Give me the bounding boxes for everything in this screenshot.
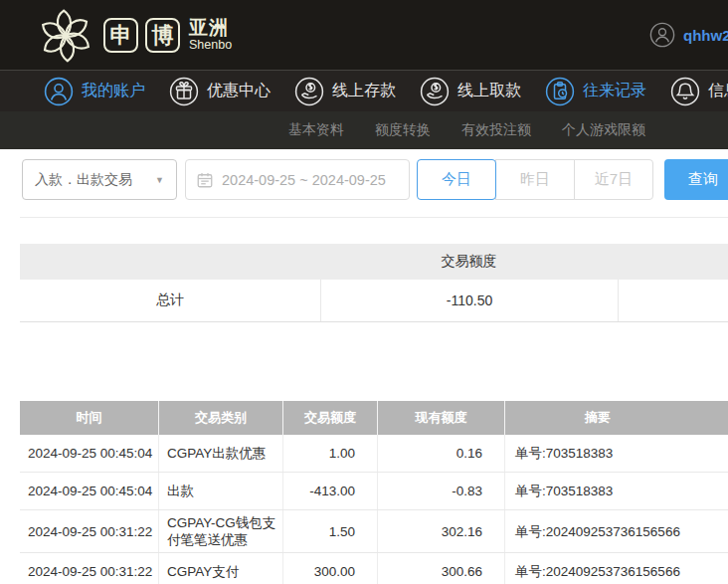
quick-date-button-group: 今日 昨日 近7日 — [417, 159, 653, 200]
cell-type: CGPAY出款优惠 — [159, 435, 283, 472]
clipboard-clock-icon — [545, 77, 575, 106]
logo-char-bo: 博 — [145, 18, 180, 53]
cell-amount: 300.00 — [283, 553, 378, 584]
table-row: 2024-09-25 00:31:22 CGPAY-CG钱包支付笔笔送优惠 1.… — [20, 510, 728, 553]
transactions-table-header: 时间 交易类别 交易额度 现有额度 摘要 — [20, 401, 728, 435]
yesterday-button[interactable]: 昨日 — [495, 159, 575, 200]
cell-amount: -413.00 — [283, 473, 378, 509]
cell-memo: 单号:703518383 — [505, 473, 728, 509]
today-button[interactable]: 今日 — [417, 159, 496, 200]
nav-label: 线上存款 — [332, 81, 396, 101]
summary-row-label: 总计 — [20, 280, 320, 321]
avatar-icon — [649, 22, 675, 48]
summary-table: 交易额度 总计 -110.50 — [20, 244, 728, 322]
brand-header: 申 博 亚洲 Shenbo qhhw2 — [0, 0, 728, 70]
cell-time: 2024-09-25 00:31:22 — [20, 553, 159, 584]
nav-item-my-account[interactable]: 我的账户 — [44, 77, 145, 106]
cell-amount: 1.00 — [283, 435, 378, 472]
coin-hand-icon — [294, 77, 324, 106]
gift-icon — [169, 77, 199, 106]
search-button[interactable]: 查询 — [664, 159, 728, 200]
main-nav: 我的账户 优惠中心 — [0, 70, 728, 111]
date-range-value: 2024-09-25 ~ 2024-09-25 — [222, 172, 386, 188]
sub-nav: 基本资料 额度转换 有效投注额 个人游戏限额 — [0, 111, 728, 149]
col-header-balance: 现有额度 — [378, 401, 505, 435]
cell-type: CGPAY支付 — [159, 553, 283, 584]
nav-label: 优惠中心 — [207, 81, 271, 101]
flower-icon — [36, 5, 95, 65]
coin-hand-icon — [420, 77, 450, 106]
nav-label: 信息 — [708, 81, 728, 101]
cell-type: 出款 — [159, 473, 283, 509]
bell-icon — [670, 77, 700, 106]
cell-memo: 单号:202409253736156566 — [505, 510, 728, 552]
user-icon — [44, 77, 74, 106]
nav-label: 线上取款 — [457, 81, 521, 101]
cell-balance: -0.83 — [378, 473, 505, 509]
cell-balance: 300.66 — [378, 553, 505, 584]
table-row: 2024-09-25 00:31:22 CGPAY支付 300.00 300.6… — [20, 553, 728, 584]
user-account[interactable]: qhhw2 — [649, 22, 728, 48]
logo-region: 亚洲 — [189, 18, 232, 38]
cell-memo: 单号:202409253736156566 — [505, 553, 728, 584]
col-header-time: 时间 — [20, 401, 159, 435]
logo-text: 亚洲 Shenbo — [189, 18, 232, 53]
logo-char-shen: 申 — [103, 18, 138, 53]
nav-label: 我的账户 — [82, 81, 145, 101]
date-range-input[interactable]: 2024-09-25 ~ 2024-09-25 — [185, 159, 410, 200]
calendar-icon — [196, 171, 214, 189]
summary-total-value: -110.50 — [320, 280, 618, 321]
col-header-type: 交易类别 — [159, 401, 283, 435]
nav-item-deposit[interactable]: 线上存款 — [294, 77, 396, 106]
summary-total-row: 总计 -110.50 — [20, 280, 728, 322]
logo-subtitle: Shenbo — [189, 38, 232, 53]
cell-time: 2024-09-25 00:45:04 — [20, 435, 159, 472]
divider — [20, 217, 728, 218]
nav-item-promotions[interactable]: 优惠中心 — [169, 77, 271, 106]
summary-table-header: 交易额度 — [20, 244, 728, 280]
chevron-down-icon: ▼ — [155, 175, 164, 185]
nav-item-messages[interactable]: 信息 — [670, 77, 728, 106]
cell-balance: 302.16 — [378, 510, 505, 552]
nav-item-withdraw[interactable]: 线上取款 — [420, 77, 521, 106]
last-7-days-button[interactable]: 近7日 — [574, 159, 653, 200]
subnav-item-basic-info[interactable]: 基本资料 — [288, 121, 344, 139]
subnav-item-credit-transfer[interactable]: 额度转换 — [375, 121, 431, 139]
cell-amount: 1.50 — [283, 510, 378, 552]
table-row: 2024-09-25 00:45:04 CGPAY出款优惠 1.00 0.16 … — [20, 435, 728, 473]
col-header-amount: 交易额度 — [283, 401, 378, 435]
transactions-table: 时间 交易类别 交易额度 现有额度 摘要 2024-09-25 00:45:04… — [20, 401, 728, 584]
subnav-item-valid-bets[interactable]: 有效投注额 — [461, 121, 531, 139]
summary-header-label: 交易额度 — [320, 253, 618, 271]
cell-balance: 0.16 — [378, 435, 505, 472]
cell-time: 2024-09-25 00:45:04 — [20, 473, 159, 509]
username[interactable]: qhhw2 — [683, 27, 728, 44]
subnav-item-game-limits[interactable]: 个人游戏限额 — [562, 121, 645, 139]
nav-item-records[interactable]: 往来记录 — [545, 77, 646, 106]
nav-label: 往来记录 — [583, 81, 646, 101]
transaction-type-select[interactable]: 入款．出款交易 ▼ — [22, 159, 177, 200]
cell-memo: 单号:703518383 — [505, 435, 728, 472]
table-row: 2024-09-25 00:45:04 出款 -413.00 -0.83 单号:… — [20, 473, 728, 510]
transaction-type-value: 入款．出款交易 — [35, 171, 155, 189]
cell-type: CGPAY-CG钱包支付笔笔送优惠 — [159, 510, 283, 552]
page: 申 博 亚洲 Shenbo qhhw2 — [0, 0, 728, 584]
cell-time: 2024-09-25 00:31:22 — [20, 510, 159, 552]
col-header-memo: 摘要 — [505, 401, 728, 435]
